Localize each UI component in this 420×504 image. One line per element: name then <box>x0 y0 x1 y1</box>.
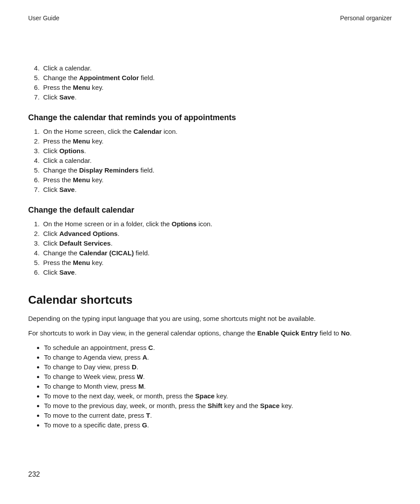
list-item: Click Save. <box>41 185 392 194</box>
list-item: Change the Appointment Color field. <box>41 73 392 82</box>
list-item: To move to the current date, press T. <box>44 411 392 420</box>
list-item: To schedule an appointment, press C. <box>44 343 392 352</box>
list-item: Press the Menu key. <box>41 258 392 267</box>
list-item: On the Home screen, click the Calendar i… <box>41 127 392 136</box>
list-item: To change to Agenda view, press A. <box>44 353 392 362</box>
list-item: Change the Calendar (CICAL) field. <box>41 248 392 258</box>
list-item: Change the Display Reminders field. <box>41 166 392 175</box>
list-item: Click a calendar. <box>41 63 392 73</box>
list-item: Click Save. <box>41 92 392 102</box>
section-heading-shortcuts: Calendar shortcuts <box>28 292 392 308</box>
continued-step-list: Click a calendar.Change the Appointment … <box>28 63 392 102</box>
running-header: User Guide Personal organizer <box>28 14 392 23</box>
list-item: To change to Day view, press D. <box>44 362 392 372</box>
subsection-heading-reminds: Change the calendar that reminds you of … <box>28 112 392 123</box>
bullet-list-shortcuts: To schedule an appointment, press C.To c… <box>28 343 392 430</box>
list-item: Click a calendar. <box>41 156 392 165</box>
header-right: Personal organizer <box>340 14 392 23</box>
list-item: To move to a specific date, press G. <box>44 420 392 430</box>
list-item: Click Save. <box>41 268 392 277</box>
header-left: User Guide <box>28 14 59 23</box>
list-item: Click Options. <box>41 146 392 155</box>
subsection-heading-default: Change the default calendar <box>28 205 392 216</box>
list-item: Press the Menu key. <box>41 136 392 146</box>
page: User Guide Personal organizer Click a ca… <box>0 0 420 504</box>
list-item: Click Default Services. <box>41 239 392 248</box>
list-item: To move to the next day, week, or month,… <box>44 391 392 401</box>
step-list-default: On the Home screen or in a folder, click… <box>28 219 392 277</box>
list-item: To change to Month view, press M. <box>44 382 392 391</box>
list-item: On the Home screen or in a folder, click… <box>41 219 392 228</box>
step-list-reminds: On the Home screen, click the Calendar i… <box>28 127 392 194</box>
page-number: 232 <box>28 470 40 479</box>
list-item: Press the Menu key. <box>41 83 392 92</box>
list-item: To change to Week view, press W. <box>44 372 392 381</box>
paragraph-intro: Depending on the typing input language t… <box>28 314 392 323</box>
list-item: Click Advanced Options. <box>41 229 392 238</box>
paragraph-quick-entry: For shortcuts to work in Day view, in th… <box>28 328 392 338</box>
list-item: Press the Menu key. <box>41 175 392 184</box>
list-item: To move to the previous day, week, or mo… <box>44 401 392 410</box>
